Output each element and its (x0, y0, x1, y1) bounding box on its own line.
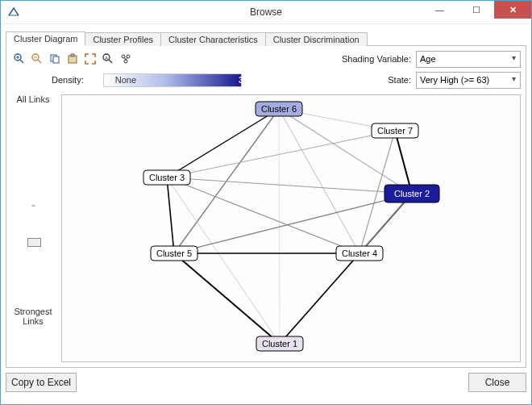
link-strength-slider-column: All Links Strongest Links (11, 94, 55, 362)
svg-text:Cluster 5: Cluster 5 (156, 248, 192, 258)
svg-line-34 (280, 253, 360, 344)
copy-icon[interactable] (47, 51, 63, 67)
shading-variable-label: Shading Variable: (342, 54, 411, 64)
link-strength-thumb[interactable] (27, 238, 41, 247)
close-window-button[interactable]: ✕ (494, 1, 531, 19)
toolbar: A (11, 51, 134, 67)
svg-line-5 (38, 60, 41, 63)
fit-screen-icon[interactable] (82, 51, 98, 67)
layout-icon[interactable] (118, 51, 134, 67)
svg-rect-10 (71, 54, 74, 56)
svg-text:Cluster 6: Cluster 6 (261, 104, 297, 114)
tab-cluster-characteristics[interactable]: Cluster Characteristics (161, 32, 266, 46)
svg-rect-8 (53, 56, 59, 63)
minimize-button[interactable]: — (422, 1, 458, 19)
svg-line-20 (279, 109, 360, 253)
svg-line-12 (109, 60, 112, 63)
maximize-button[interactable]: ☐ (458, 1, 494, 19)
svg-text:Cluster 3: Cluster 3 (149, 173, 185, 182)
cluster-node-2[interactable]: Cluster 2 (384, 185, 439, 202)
density-percent: 36% (239, 75, 256, 85)
tab-cluster-profiles[interactable]: Cluster Profiles (85, 32, 161, 46)
cluster-node-4[interactable]: Cluster 4 (336, 246, 383, 261)
copy-to-excel-button[interactable]: Copy to Excel (6, 373, 77, 392)
cluster-node-3[interactable]: Cluster 3 (143, 170, 190, 185)
close-button[interactable]: Close (468, 373, 526, 392)
tab-cluster-discrimination[interactable]: Cluster Discrimination (266, 32, 368, 46)
svg-line-1 (20, 60, 23, 63)
svg-text:Cluster 2: Cluster 2 (394, 189, 430, 198)
svg-text:A: A (105, 56, 108, 61)
svg-line-22 (279, 109, 280, 344)
svg-text:Cluster 7: Cluster 7 (377, 126, 413, 136)
svg-line-24 (167, 131, 395, 177)
density-label: Density: (52, 75, 84, 85)
svg-line-30 (174, 194, 412, 253)
svg-line-27 (167, 177, 360, 253)
tab-panel: A Shading Variable: Age Density: None 36… (6, 46, 526, 368)
link-strength-track[interactable] (31, 205, 35, 207)
cluster-node-5[interactable]: Cluster 5 (151, 246, 197, 261)
svg-text:Cluster 4: Cluster 4 (342, 248, 377, 258)
svg-text:Cluster 1: Cluster 1 (262, 339, 297, 349)
svg-line-17 (167, 109, 279, 177)
tab-cluster-diagram[interactable]: Cluster Diagram (6, 31, 85, 46)
titlebar: Browse — ☐ ✕ (1, 1, 531, 24)
cluster-node-6[interactable]: Cluster 6 (256, 102, 302, 116)
svg-line-26 (167, 177, 412, 194)
density-none-label: None (115, 75, 136, 85)
svg-line-35 (174, 253, 280, 344)
slider-top-label: All Links (17, 94, 50, 104)
zoom-out-icon[interactable] (29, 51, 45, 67)
app-icon (6, 4, 22, 20)
cluster-diagram-canvas[interactable]: Cluster 6 Cluster 7 Cluster 3 Cluster 2 … (61, 94, 521, 362)
find-icon[interactable]: A (100, 51, 116, 67)
shading-variable-select[interactable]: Age (416, 51, 521, 68)
slider-bottom-label: Strongest Links (14, 307, 52, 326)
cluster-node-1[interactable]: Cluster 1 (256, 336, 303, 351)
svg-line-28 (167, 177, 174, 253)
tab-strip: Cluster Diagram Cluster Profiles Cluster… (6, 28, 526, 46)
zoom-in-icon[interactable] (11, 51, 27, 67)
state-label: State: (388, 75, 411, 85)
cluster-node-7[interactable]: Cluster 7 (372, 123, 418, 138)
paste-icon[interactable] (64, 51, 81, 67)
state-select[interactable]: Very High (>= 63) (416, 72, 521, 89)
